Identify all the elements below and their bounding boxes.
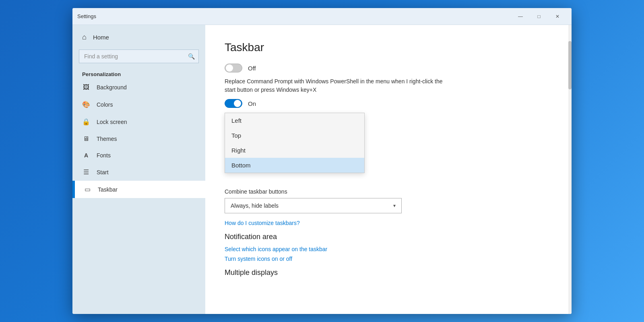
nav-label-themes: Themes — [97, 136, 117, 142]
combine-label: Combine taskbar buttons — [225, 188, 552, 195]
dropdown-option-bottom[interactable]: Bottom — [225, 158, 364, 173]
multiple-displays-heading: Multiple displays — [225, 268, 552, 277]
nav-label-lock-screen: Lock screen — [97, 119, 127, 125]
dropdown-option-top[interactable]: Top — [225, 128, 364, 143]
scrollbar-thumb — [568, 41, 572, 89]
sidebar-item-colors[interactable]: 🎨 Colors — [72, 96, 205, 113]
toggle-off-label: Off — [248, 65, 256, 72]
close-button[interactable]: ✕ — [548, 10, 567, 23]
combine-select[interactable]: Always, hide labels ▾ — [225, 198, 402, 213]
search-icon: 🔍 — [188, 53, 195, 60]
description-text: Replace Command Prompt with Windows Powe… — [225, 77, 450, 94]
search-input[interactable] — [79, 50, 199, 63]
scrollbar[interactable] — [568, 25, 572, 314]
background-icon: 🖼 — [82, 84, 90, 91]
sidebar-item-background[interactable]: 🖼 Background — [72, 79, 205, 96]
chevron-down-icon: ▾ — [393, 203, 396, 208]
toggle-on[interactable] — [225, 99, 242, 108]
colors-icon: 🎨 — [82, 101, 90, 108]
notification-icons-link[interactable]: Select which icons appear on the taskbar — [225, 246, 552, 252]
minimize-button[interactable]: — — [511, 10, 530, 23]
nav-label-colors: Colors — [97, 101, 113, 108]
sidebar-item-taskbar[interactable]: ▭ Taskbar — [72, 181, 205, 198]
titlebar-controls: — □ ✕ — [511, 10, 567, 23]
maximize-button[interactable]: □ — [530, 10, 548, 23]
toggle-off[interactable] — [225, 64, 242, 72]
fonts-icon: A — [82, 152, 90, 159]
sidebar-item-lock-screen[interactable]: 🔒 Lock screen — [72, 113, 205, 130]
sidebar-item-themes[interactable]: 🖥 Themes — [72, 130, 205, 147]
notification-section-heading: Notification area — [225, 233, 552, 241]
nav-label-taskbar: Taskbar — [98, 186, 118, 193]
sidebar-item-start[interactable]: ☰ Start — [72, 163, 205, 181]
dropdown-option-right[interactable]: Right — [225, 143, 364, 158]
titlebar: Settings — □ ✕ — [72, 8, 572, 25]
sidebar-home[interactable]: ⌂ Home — [72, 28, 205, 46]
sidebar-item-fonts[interactable]: A Fonts — [72, 147, 205, 163]
nav-label-fonts: Fonts — [97, 152, 111, 159]
lock-icon: 🔒 — [82, 118, 90, 126]
home-icon: ⌂ — [82, 33, 87, 41]
nav-label-background: Background — [97, 84, 127, 91]
dropdown-option-left[interactable]: Left — [225, 113, 364, 128]
titlebar-title: Settings — [77, 13, 511, 19]
page-title: Taskbar — [225, 41, 552, 54]
sidebar-home-label: Home — [93, 34, 109, 41]
toggle-on-row: On — [225, 99, 552, 108]
combine-select-value: Always, hide labels — [231, 202, 279, 209]
system-icons-link[interactable]: Turn system icons on or off — [225, 256, 552, 262]
location-dropdown-container: Left Top Right Bottom — [225, 113, 552, 180]
customize-taskbar-link[interactable]: How do I customize taskbars? — [225, 220, 552, 226]
search-box: 🔍 — [79, 50, 199, 63]
toggle-off-row: Off — [225, 64, 552, 72]
location-dropdown[interactable]: Left Top Right Bottom — [225, 113, 365, 173]
themes-icon: 🖥 — [82, 135, 90, 142]
settings-window: Settings — □ ✕ ⌂ Home 🔍 Personalization … — [72, 8, 572, 314]
taskbar-icon: ▭ — [83, 186, 91, 193]
window-body: ⌂ Home 🔍 Personalization 🖼 Background 🎨 … — [72, 25, 572, 314]
main-content: Taskbar Off Replace Command Prompt with … — [205, 25, 572, 314]
sidebar: ⌂ Home 🔍 Personalization 🖼 Background 🎨 … — [72, 25, 205, 314]
start-icon: ☰ — [82, 168, 90, 176]
toggle-on-label: On — [248, 100, 256, 107]
personalization-label: Personalization — [72, 68, 205, 79]
nav-label-start: Start — [97, 169, 109, 175]
